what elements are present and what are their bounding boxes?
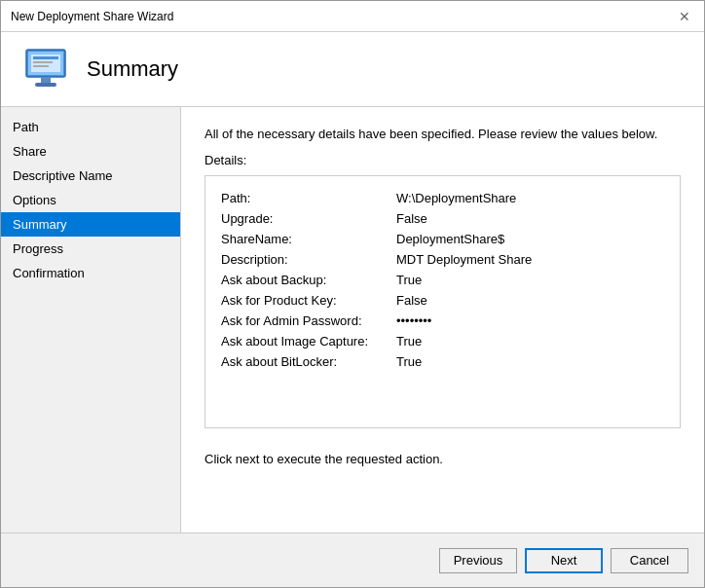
table-row: ShareName: DeploymentShare$ [221,229,664,249]
table-row: Ask about BitLocker: True [221,351,664,372]
table-row: Ask for Admin Password: •••••••• [221,311,664,331]
detail-key: Ask for Product Key: [221,293,396,308]
click-next-text: Click next to execute the requested acti… [204,452,681,466]
sidebar-item-progress[interactable]: Progress [1,237,180,261]
wizard-window: New Deployment Share Wizard ✕ Summary [0,0,705,588]
svg-rect-7 [33,65,49,67]
table-row: Path: W:\DeploymentShare [221,188,664,208]
details-label: Details: [204,153,681,167]
detail-value: True [396,354,422,369]
sidebar-item-descriptive-name[interactable]: Descriptive Name [1,164,180,188]
wizard-icon [20,44,71,94]
detail-value: DeploymentShare$ [396,232,504,246]
window-title: New Deployment Share Wizard [11,10,173,23]
sidebar-item-options[interactable]: Options [1,188,180,212]
detail-key: Path: [221,191,396,205]
detail-key: Description: [221,252,396,267]
intro-text: All of the necessary details have been s… [204,127,681,141]
svg-rect-5 [33,56,58,59]
table-row: Ask about Image Capture: True [221,331,664,351]
detail-value: W:\DeploymentShare [396,191,516,205]
sidebar-item-share[interactable]: Share [1,139,180,164]
svg-rect-3 [35,83,56,87]
details-box: Path: W:\DeploymentShare Upgrade: False … [204,175,681,428]
svg-rect-2 [41,77,51,83]
detail-value: True [396,273,422,287]
detail-key: Ask for Admin Password: [221,313,396,328]
detail-key: Ask about Backup: [221,273,396,287]
detail-value: MDT Deployment Share [396,252,532,267]
sidebar-item-path[interactable]: Path [1,115,180,139]
detail-key: Ask about BitLocker: [221,354,396,369]
previous-button[interactable]: Previous [439,548,517,573]
sidebar-item-confirmation[interactable]: Confirmation [1,261,180,285]
svg-rect-6 [33,61,53,63]
detail-value: False [396,211,427,226]
detail-key: Ask about Image Capture: [221,334,396,349]
detail-key: ShareName: [221,232,396,246]
detail-value: •••••••• [396,313,431,328]
wizard-header: Summary [1,32,704,107]
table-row: Description: MDT Deployment Share [221,249,664,270]
title-bar: New Deployment Share Wizard ✕ [1,1,704,32]
sidebar-item-summary[interactable]: Summary [1,212,180,237]
detail-value: False [396,293,427,308]
table-row: Ask for Product Key: False [221,290,664,311]
sidebar: Path Share Descriptive Name Options Summ… [1,107,181,533]
close-button[interactable]: ✕ [675,7,694,26]
detail-key: Upgrade: [221,211,396,226]
page-title: Summary [87,56,178,82]
next-button[interactable]: Next [525,548,603,573]
wizard-body: Path Share Descriptive Name Options Summ… [1,107,704,533]
detail-value: True [396,334,422,349]
cancel-button[interactable]: Cancel [611,548,688,573]
table-row: Ask about Backup: True [221,270,664,290]
main-content: All of the necessary details have been s… [181,107,704,533]
table-row: Upgrade: False [221,208,664,229]
wizard-footer: Previous Next Cancel [1,533,704,587]
